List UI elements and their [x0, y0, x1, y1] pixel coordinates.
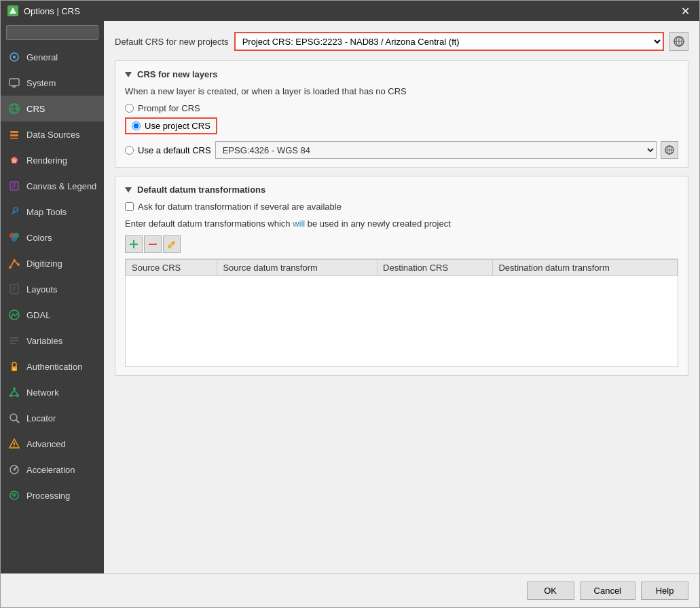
gdal-sidebar-label: GDAL — [26, 310, 50, 320]
datum-info-text: Enter default datum transformations whic… — [125, 218, 678, 229]
sidebar-item-colors[interactable]: Colors — [1, 225, 104, 250]
sidebar-item-network[interactable]: Network — [1, 379, 104, 405]
locator-sidebar-label: Locator — [26, 413, 56, 423]
authentication-sidebar-label: Authentication — [26, 362, 82, 372]
crs-sidebar-label: CRS — [26, 104, 45, 114]
datasources-sidebar-label: Data Sources — [26, 130, 80, 140]
prompt-crs-row: Prompt for CRS — [125, 103, 678, 113]
acceleration-sidebar-label: Acceleration — [26, 465, 75, 475]
prompt-crs-label: Prompt for CRS — [138, 103, 200, 113]
advanced-icon — [7, 437, 21, 451]
use-default-crs-radio[interactable] — [125, 146, 134, 155]
system-icon — [7, 76, 21, 90]
svg-point-20 — [12, 236, 17, 242]
svg-point-17 — [14, 208, 18, 212]
datum-table-container: Source CRSSource datum transformDestinat… — [125, 259, 678, 367]
use-project-crs-highlighted: Use project CRS — [125, 117, 217, 134]
svg-point-35 — [14, 368, 15, 370]
sidebar-item-crs[interactable]: CRS — [1, 96, 104, 121]
rendering-icon — [7, 153, 21, 167]
acceleration-icon — [7, 463, 21, 476]
search-input[interactable] — [6, 25, 98, 40]
svg-rect-59 — [130, 244, 138, 245]
default-crs-dropdown[interactable]: EPSG:4326 - WGS 84 — [215, 141, 657, 159]
svg-rect-11 — [10, 138, 18, 139]
use-project-crs-radio[interactable] — [132, 121, 141, 130]
edit-datum-button[interactable] — [163, 235, 181, 253]
variables-icon — [7, 334, 21, 347]
svg-rect-31 — [10, 337, 18, 339]
help-button[interactable]: Help — [641, 582, 688, 600]
prompt-crs-radio[interactable] — [125, 104, 134, 113]
svg-rect-33 — [10, 343, 16, 344]
svg-marker-0 — [10, 7, 16, 14]
locator-icon — [7, 411, 21, 425]
canvas-icon — [7, 179, 21, 193]
maptools-icon — [7, 205, 21, 218]
cancel-button[interactable]: Cancel — [580, 582, 635, 600]
system-sidebar-label: System — [26, 78, 56, 88]
svg-rect-3 — [10, 79, 19, 86]
window-title: Options | CRS — [24, 6, 80, 16]
svg-point-23 — [9, 266, 12, 269]
default-crs-select[interactable]: Project CRS: EPSG:2223 - NAD83 / Arizona… — [234, 32, 664, 51]
datum-checkbox[interactable] — [125, 202, 134, 211]
title-bar-left: Options | CRS — [7, 5, 80, 16]
datasources-icon — [7, 128, 21, 141]
layouts-sidebar-label: Layouts — [26, 284, 58, 294]
svg-line-40 — [14, 390, 18, 394]
new-layers-info: When a new layer is created, or when a l… — [125, 86, 678, 96]
crs-globe-button[interactable] — [669, 32, 688, 51]
sidebar-item-acceleration[interactable]: Acceleration — [1, 457, 104, 482]
svg-rect-32 — [10, 340, 18, 341]
app-icon — [7, 5, 18, 16]
digitizing-icon — [7, 256, 21, 270]
default-crs-globe-button[interactable] — [661, 141, 678, 159]
add-datum-button[interactable] — [125, 235, 143, 253]
datum-toolbar — [125, 235, 678, 253]
sidebar-item-datasources[interactable]: Data Sources — [1, 121, 104, 147]
svg-point-42 — [10, 414, 17, 421]
remove-datum-button[interactable] — [144, 235, 162, 253]
digitizing-sidebar-label: Digitizing — [26, 259, 62, 269]
layouts-icon — [7, 282, 21, 296]
datum-table-header-cell: Source CRS — [126, 260, 217, 276]
sidebar-item-gdal[interactable]: GDAL — [1, 302, 104, 328]
colors-icon — [7, 231, 21, 244]
new-layers-section-title: CRS for new layers — [125, 69, 678, 79]
sidebar-item-variables[interactable]: Variables — [1, 328, 104, 354]
sidebar-item-maptools[interactable]: Map Tools — [1, 199, 104, 225]
use-default-crs-row: Use a default CRS EPSG:4326 - WGS 84 — [125, 141, 678, 159]
sidebar-item-digitizing[interactable]: Digitizing — [1, 250, 104, 276]
sidebar-item-layouts[interactable]: Layouts — [1, 276, 104, 302]
section-arrow — [125, 72, 132, 77]
default-crs-label: Default CRS for new projects — [115, 37, 229, 47]
sidebar-items-container: GeneralSystemCRSData SourcesRenderingCan… — [1, 44, 104, 508]
sidebar-item-general[interactable]: General — [1, 44, 104, 70]
advanced-sidebar-label: Advanced — [26, 439, 66, 449]
sidebar-item-processing[interactable]: Processing — [1, 482, 104, 508]
use-project-crs-label: Use project CRS — [145, 121, 210, 131]
svg-point-25 — [17, 263, 20, 266]
sidebar-item-rendering[interactable]: Rendering — [1, 147, 104, 173]
svg-rect-60 — [149, 244, 157, 245]
close-button[interactable]: ✕ — [678, 5, 693, 18]
svg-line-43 — [16, 420, 19, 423]
svg-point-2 — [13, 56, 16, 58]
sidebar: GeneralSystemCRSData SourcesRenderingCan… — [1, 21, 104, 573]
sidebar-item-advanced[interactable]: Advanced — [1, 431, 104, 457]
ok-button[interactable]: OK — [527, 582, 574, 600]
new-layers-section: CRS for new layers When a new layer is c… — [115, 60, 688, 168]
svg-point-46 — [14, 446, 15, 447]
gdal-icon — [7, 308, 21, 322]
sidebar-item-authentication[interactable]: Authentication — [1, 354, 104, 379]
sidebar-item-locator[interactable]: Locator — [1, 405, 104, 431]
sidebar-item-canvas[interactable]: Canvas & Legend — [1, 173, 104, 199]
title-bar: Options | CRS ✕ — [1, 1, 699, 21]
sidebar-item-system[interactable]: System — [1, 70, 104, 96]
rendering-sidebar-label: Rendering — [26, 155, 67, 166]
datum-checkbox-row: Ask for datum transformation if several … — [125, 202, 678, 212]
main-panel: Default CRS for new projects Project CRS… — [104, 21, 699, 573]
general-icon — [7, 50, 21, 64]
main-content: GeneralSystemCRSData SourcesRenderingCan… — [1, 21, 699, 573]
